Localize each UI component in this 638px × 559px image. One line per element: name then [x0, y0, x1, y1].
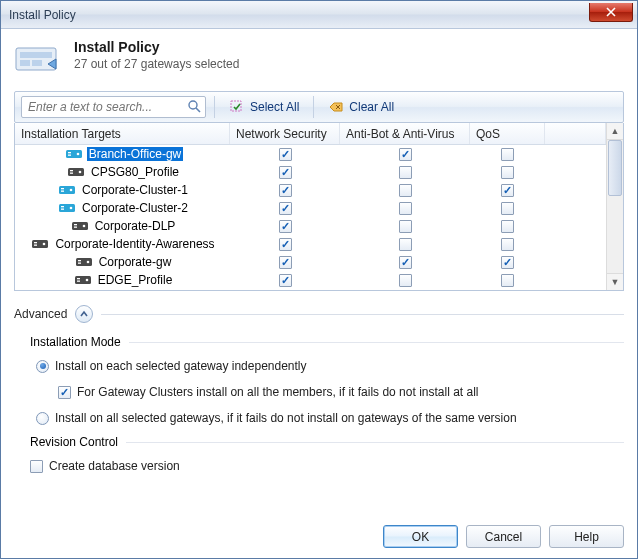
page-subtitle: 27 out of 27 gateways selected — [74, 57, 239, 71]
checkbox-net[interactable] — [279, 148, 292, 161]
checkbox-qos[interactable] — [501, 184, 514, 197]
checkbox-av[interactable] — [399, 256, 412, 269]
checkbox-net[interactable] — [279, 238, 292, 251]
checkbox-qos[interactable] — [501, 238, 514, 251]
scroll-up-icon[interactable]: ▲ — [607, 123, 623, 140]
select-all-button[interactable]: Select All — [223, 97, 305, 117]
svg-rect-21 — [59, 204, 75, 212]
scroll-thumb[interactable] — [608, 140, 622, 196]
help-button[interactable]: Help — [549, 525, 624, 548]
page-title: Install Policy — [74, 39, 239, 55]
checkbox-av[interactable] — [399, 274, 412, 287]
policy-icon — [14, 39, 62, 81]
checkbox-av[interactable] — [399, 220, 412, 233]
checkbox-av[interactable] — [399, 238, 412, 251]
scrollbar[interactable]: ▲ ▼ — [606, 123, 623, 290]
svg-rect-22 — [61, 206, 64, 207]
gateway-icon — [72, 220, 88, 233]
svg-rect-15 — [70, 172, 73, 173]
checkbox-icon[interactable] — [58, 386, 71, 399]
svg-point-20 — [70, 188, 73, 191]
svg-line-5 — [196, 108, 200, 112]
checkbox-av[interactable] — [399, 202, 412, 215]
checkbox-qos[interactable] — [501, 166, 514, 179]
checkbox-net[interactable] — [279, 166, 292, 179]
grid-header: Installation Targets Network Security An… — [15, 123, 606, 145]
chevron-up-icon[interactable] — [75, 305, 93, 323]
checkbox-qos[interactable] — [501, 220, 514, 233]
header: Install Policy 27 out of 27 gateways sel… — [14, 39, 624, 81]
checkbox-cluster-members[interactable]: For Gateway Clusters install on all the … — [58, 385, 624, 399]
checkbox-av[interactable] — [399, 166, 412, 179]
table-row[interactable]: Corporate-Cluster-1 — [15, 181, 606, 199]
search-input[interactable] — [26, 99, 187, 115]
cancel-button[interactable]: Cancel — [466, 525, 541, 548]
svg-rect-13 — [68, 168, 84, 176]
svg-point-32 — [43, 242, 46, 245]
col-network-security[interactable]: Network Security — [230, 123, 340, 144]
checkbox-create-db-label: Create database version — [49, 459, 180, 473]
col-antibot[interactable]: Anti-Bot & Anti-Virus — [340, 123, 470, 144]
radio-install-each-label: Install on each selected gateway indepen… — [55, 359, 307, 373]
radio-install-each[interactable]: Install on each selected gateway indepen… — [36, 359, 624, 373]
gateway-icon — [76, 256, 92, 269]
install-policy-dialog: Install Policy Install Policy 27 out of … — [0, 0, 638, 559]
table-row[interactable]: Corporate-Cluster-2 — [15, 199, 606, 217]
window-title: Install Policy — [9, 8, 76, 22]
toolbar-separator — [214, 96, 215, 118]
col-qos[interactable]: QoS — [470, 123, 545, 144]
svg-rect-23 — [61, 208, 64, 209]
table-row[interactable]: CPSG80_Profile — [15, 163, 606, 181]
radio-icon[interactable] — [36, 412, 49, 425]
svg-rect-25 — [72, 222, 88, 230]
revision-control-label: Revision Control — [30, 435, 118, 449]
svg-rect-26 — [74, 224, 77, 225]
svg-rect-19 — [61, 190, 64, 191]
scroll-track[interactable] — [607, 140, 623, 273]
checkbox-net[interactable] — [279, 184, 292, 197]
search-icon[interactable] — [187, 99, 201, 116]
close-button[interactable] — [589, 3, 633, 22]
table-row[interactable]: Corporate-DLP — [15, 217, 606, 235]
svg-rect-17 — [59, 186, 75, 194]
toolbar-separator — [313, 96, 314, 118]
clear-all-button[interactable]: Clear All — [322, 97, 400, 117]
gateway-name: Corporate-Identity-Awareness — [53, 237, 216, 251]
checkbox-net[interactable] — [279, 202, 292, 215]
checkbox-qos[interactable] — [501, 202, 514, 215]
clear-all-label: Clear All — [349, 100, 394, 114]
checkbox-qos[interactable] — [501, 274, 514, 287]
scroll-down-icon[interactable]: ▼ — [607, 273, 623, 290]
radio-install-all[interactable]: Install on all selected gateways, if it … — [36, 411, 624, 425]
svg-point-40 — [85, 278, 88, 281]
table-row[interactable]: Branch-Office-gw — [15, 145, 606, 163]
checkbox-net[interactable] — [279, 220, 292, 233]
search-box[interactable] — [21, 96, 206, 118]
radio-icon[interactable] — [36, 360, 49, 373]
table-row[interactable]: Corporate-gw — [15, 253, 606, 271]
svg-rect-14 — [70, 170, 73, 171]
checkbox-qos[interactable] — [501, 256, 514, 269]
checkbox-av[interactable] — [399, 184, 412, 197]
checkbox-net[interactable] — [279, 256, 292, 269]
col-targets[interactable]: Installation Targets — [15, 123, 230, 144]
gateway-icon — [68, 166, 84, 179]
checkbox-create-db-version[interactable]: Create database version — [30, 459, 624, 473]
svg-rect-30 — [34, 242, 37, 243]
checkbox-net[interactable] — [279, 274, 292, 287]
targets-grid: Installation Targets Network Security An… — [14, 123, 624, 291]
svg-rect-33 — [76, 258, 92, 266]
checkbox-av[interactable] — [399, 148, 412, 161]
checkbox-icon[interactable] — [30, 460, 43, 473]
svg-point-4 — [189, 101, 197, 109]
titlebar[interactable]: Install Policy — [1, 1, 637, 29]
advanced-section[interactable]: Advanced — [14, 305, 624, 323]
table-row[interactable]: Corporate-Identity-Awareness — [15, 235, 606, 253]
toolbar: Select All Clear All — [14, 91, 624, 123]
checkbox-cluster-label: For Gateway Clusters install on all the … — [77, 385, 479, 399]
checkbox-qos[interactable] — [501, 148, 514, 161]
ok-button[interactable]: OK — [383, 525, 458, 548]
gateway-name: Corporate-gw — [97, 255, 174, 269]
table-row[interactable]: EDGE_Profile — [15, 271, 606, 289]
svg-rect-34 — [78, 260, 81, 261]
